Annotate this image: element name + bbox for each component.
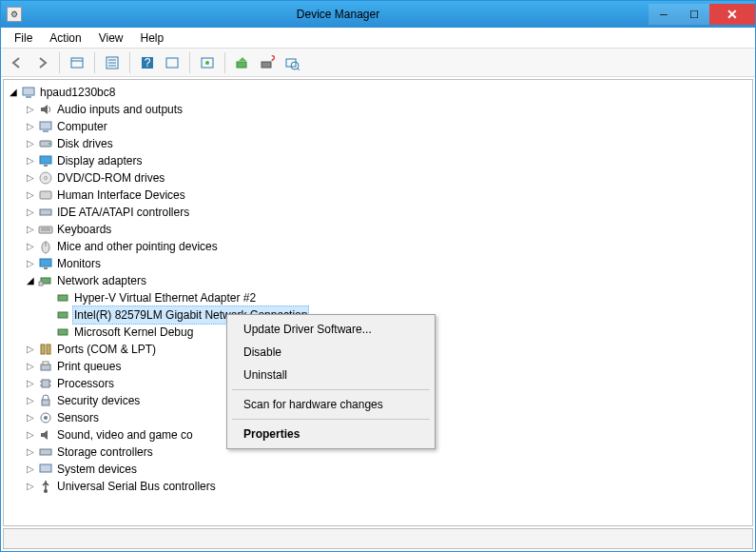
expand-icon[interactable]: ▷ (25, 187, 36, 204)
expand-icon[interactable]: ▷ (25, 409, 36, 426)
audio-icon (38, 102, 53, 117)
expand-icon[interactable]: ▷ (25, 478, 36, 495)
expand-icon[interactable]: ◢ (8, 84, 19, 101)
tree-item-label: Microsoft Kernel Debug (72, 324, 195, 341)
expand-icon[interactable]: ▷ (25, 341, 36, 358)
dvd-icon (38, 170, 53, 186)
help-button[interactable]: ? (137, 52, 158, 73)
expand-icon[interactable]: ▷ (25, 169, 36, 187)
svg-point-26 (45, 177, 48, 180)
tree-item-computer[interactable]: ▷Computer (25, 118, 750, 135)
update-driver-button[interactable] (197, 52, 218, 73)
svg-rect-17 (23, 88, 34, 95)
tree-item-label: DVD/CD-ROM drives (55, 169, 166, 187)
device-tree[interactable]: ◢ hpaud1230bc8 ▷Audio inputs and outputs… (3, 79, 753, 526)
tree-root[interactable]: ◢ hpaud1230bc8 (8, 84, 750, 101)
tree-item-ide[interactable]: ▷IDE ATA/ATAPI controllers (25, 204, 750, 221)
tree-item-hid[interactable]: ▷Human Interface Devices (25, 187, 750, 204)
svg-point-55 (44, 489, 48, 493)
toolbar-separator (129, 52, 130, 73)
toolbar-separator (59, 52, 60, 73)
tree-item-label: Display adapters (55, 152, 144, 169)
expand-icon[interactable]: ▷ (25, 255, 36, 272)
tree-item-display[interactable]: ▷Display adapters (25, 152, 750, 169)
svg-rect-20 (43, 130, 48, 132)
svg-rect-28 (40, 209, 51, 215)
tree-item-monitors[interactable]: ▷Monitors (25, 255, 750, 272)
tree-item-net-hyperv[interactable]: Hyper-V Virtual Ethernet Adapter #2 (42, 289, 750, 306)
expand-icon[interactable]: ▷ (25, 152, 36, 169)
tree-item-mice[interactable]: ▷Mice and other pointing devices (25, 238, 750, 255)
expand-icon[interactable]: ▷ (25, 238, 36, 255)
tree-item-system[interactable]: ▷System devices (25, 461, 750, 478)
expand-icon[interactable]: ▷ (25, 221, 36, 238)
back-button[interactable] (7, 52, 28, 73)
expand-icon[interactable]: ◢ (25, 272, 36, 289)
expand-icon[interactable]: ▷ (25, 392, 36, 409)
menu-file[interactable]: File (7, 30, 40, 47)
forward-button[interactable] (31, 52, 52, 73)
svg-rect-27 (40, 191, 51, 199)
expand-icon[interactable]: ▷ (25, 461, 36, 478)
scan-hardware-button[interactable] (281, 52, 302, 73)
svg-point-10 (205, 61, 209, 65)
svg-rect-34 (40, 259, 51, 266)
tree-item-keyboard[interactable]: ▷Keyboards (25, 221, 750, 238)
mouse-icon (38, 239, 53, 254)
window-controls: ─ ☐ ✕ (649, 4, 755, 25)
app-icon: ⚙ (7, 7, 22, 22)
tree-root-label: hpaud1230bc8 (38, 84, 117, 101)
context-disable[interactable]: Disable (230, 341, 432, 364)
tree-item-label: Ports (COM & LPT) (55, 341, 158, 358)
svg-rect-42 (47, 345, 50, 354)
expand-icon[interactable]: ▷ (25, 375, 36, 392)
toolbar-separator (94, 52, 95, 73)
tree-item-network[interactable]: ◢Network adapters (25, 272, 750, 289)
minimize-button[interactable]: ─ (649, 4, 679, 25)
uninstall-button[interactable]: ✕ (257, 52, 278, 73)
enable-button[interactable] (232, 52, 253, 73)
expand-icon[interactable]: ▷ (25, 426, 36, 444)
context-separator (232, 419, 430, 420)
context-scan-hardware[interactable]: Scan for hardware changes (230, 393, 432, 416)
close-button[interactable]: ✕ (709, 4, 755, 25)
svg-rect-53 (40, 449, 51, 455)
menu-help[interactable]: Help (133, 30, 172, 47)
svg-point-22 (48, 143, 50, 145)
storage-icon (38, 444, 53, 460)
svg-point-52 (44, 416, 48, 420)
maximize-button[interactable]: ☐ (679, 4, 709, 25)
properties-button[interactable] (102, 52, 123, 73)
svg-rect-40 (58, 329, 68, 335)
svg-rect-8 (166, 58, 178, 68)
disk-icon (38, 136, 53, 151)
tree-item-disk[interactable]: ▷Disk drives (25, 135, 750, 152)
svg-rect-44 (43, 362, 48, 365)
expand-icon[interactable]: ▷ (25, 444, 36, 461)
tree-item-label: Keyboards (55, 221, 113, 238)
menu-view[interactable]: View (91, 30, 131, 47)
expand-icon[interactable]: ▷ (25, 358, 36, 375)
expand-icon[interactable]: ▷ (25, 118, 36, 135)
menu-action[interactable]: Action (42, 30, 88, 47)
svg-rect-38 (58, 295, 68, 301)
svg-text:?: ? (145, 56, 151, 69)
expand-icon[interactable]: ▷ (25, 101, 36, 118)
expand-icon[interactable]: ▷ (25, 204, 36, 221)
context-update-driver[interactable]: Update Driver Software... (230, 318, 432, 341)
show-hidden-button[interactable] (67, 52, 87, 73)
tree-item-label: Hyper-V Virtual Ethernet Adapter #2 (72, 289, 258, 306)
tree-item-audio[interactable]: ▷Audio inputs and outputs (25, 101, 750, 118)
tree-item-usb[interactable]: ▷Universal Serial Bus controllers (25, 478, 750, 495)
tree-item-dvd[interactable]: ▷DVD/CD-ROM drives (25, 169, 750, 187)
context-uninstall[interactable]: Uninstall (230, 364, 432, 386)
svg-rect-54 (40, 464, 51, 472)
view-button[interactable] (162, 52, 183, 73)
network-adapter-icon (55, 307, 70, 323)
tree-item-label: IDE ATA/ATAPI controllers (55, 204, 191, 221)
context-menu: Update Driver Software... Disable Uninst… (226, 314, 436, 449)
tree-item-label: Network adapters (55, 272, 148, 289)
expand-icon[interactable]: ▷ (25, 135, 36, 152)
svg-rect-19 (40, 122, 51, 129)
context-properties[interactable]: Properties (230, 423, 432, 445)
